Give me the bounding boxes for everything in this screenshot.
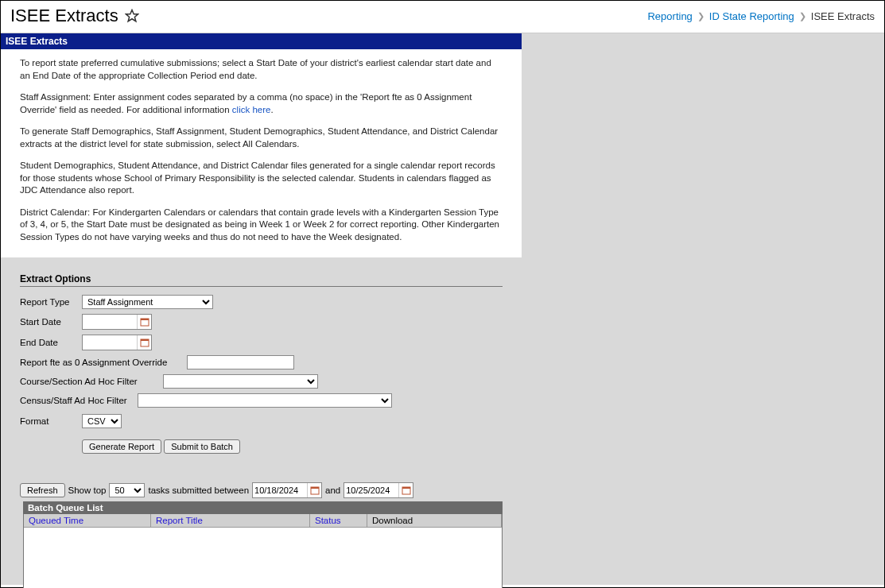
svg-rect-8 — [402, 487, 410, 489]
intro-paragraph-1: To report state preferred cumulative sub… — [20, 57, 503, 82]
and-label: and — [325, 485, 340, 495]
svg-rect-6 — [311, 487, 319, 489]
col-status[interactable]: Status — [310, 514, 367, 527]
intro-paragraph-2: Staff Assignment: Enter assignment codes… — [20, 91, 503, 116]
date-from-input[interactable] — [253, 484, 307, 497]
panel-title: ISEE Extracts — [1, 33, 522, 49]
breadcrumb: Reporting ❯ ID State Reporting ❯ ISEE Ex… — [647, 10, 875, 22]
extract-options-title: Extract Options — [20, 273, 503, 287]
show-top-label: Show top — [68, 485, 107, 495]
report-type-label: Report Type — [20, 297, 82, 307]
calendar-icon[interactable] — [398, 483, 413, 497]
chevron-right-icon: ❯ — [799, 11, 806, 21]
intro-paragraph-3: To generate Staff Demographics, Staff As… — [20, 126, 503, 150]
intro-paragraph-5: District Calendar: For Kindergarten Cale… — [20, 207, 503, 244]
format-select[interactable]: CSV — [82, 414, 122, 428]
breadcrumb-reporting[interactable]: Reporting — [647, 10, 692, 22]
submit-to-batch-button[interactable]: Submit to Batch — [164, 439, 240, 454]
census-filter-label: Census/Staff Ad Hoc Filter — [20, 396, 138, 405]
star-icon[interactable] — [125, 9, 139, 23]
course-filter-label: Course/Section Ad Hoc Filter — [20, 377, 163, 386]
batch-queue-body — [24, 528, 502, 588]
svg-rect-2 — [141, 319, 149, 320]
batch-queue-title: Batch Queue List — [23, 501, 503, 514]
override-input[interactable] — [187, 355, 294, 369]
click-here-link[interactable]: click here — [232, 105, 271, 114]
breadcrumb-id-state-reporting[interactable]: ID State Reporting — [709, 10, 794, 22]
start-date-label: Start Date — [20, 317, 82, 327]
course-filter-select[interactable] — [163, 374, 318, 389]
show-top-select[interactable]: 50 — [109, 483, 145, 497]
tasks-between-label: tasks submitted between — [148, 485, 249, 495]
report-type-select[interactable]: Staff Assignment — [82, 295, 213, 309]
col-report-title[interactable]: Report Title — [151, 514, 310, 527]
svg-rect-4 — [141, 339, 149, 341]
page-title: ISEE Extracts — [10, 6, 118, 26]
calendar-icon[interactable] — [307, 483, 321, 497]
calendar-icon[interactable] — [137, 335, 151, 350]
end-date-label: End Date — [20, 338, 82, 347]
intro-paragraph-4: Student Demographics, Student Attendance… — [20, 160, 503, 197]
calendar-icon[interactable] — [137, 315, 151, 329]
end-date-input[interactable] — [83, 336, 137, 349]
breadcrumb-current: ISEE Extracts — [811, 10, 875, 22]
col-download: Download — [367, 514, 502, 527]
format-label: Format — [20, 416, 82, 426]
chevron-right-icon: ❯ — [697, 11, 705, 21]
census-filter-select[interactable] — [138, 393, 392, 408]
generate-report-button[interactable]: Generate Report — [82, 439, 161, 454]
col-queued-time[interactable]: Queued Time — [24, 514, 151, 527]
start-date-input[interactable] — [83, 315, 137, 328]
refresh-button[interactable]: Refresh — [20, 483, 65, 497]
date-to-input[interactable] — [344, 484, 398, 497]
override-label: Report fte as 0 Assignment Override — [20, 358, 187, 367]
svg-marker-0 — [126, 10, 138, 21]
